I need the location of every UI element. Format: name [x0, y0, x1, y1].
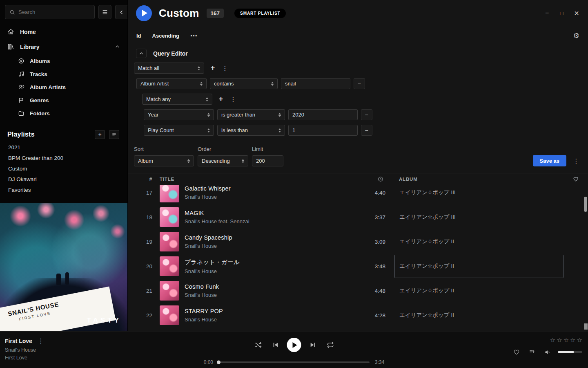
now-playing-artist[interactable]: Snail's House	[5, 347, 45, 353]
playlist-list: 2021BPM Greater than 200CustomDJ Okawari…	[0, 142, 127, 195]
settings-gear-icon[interactable]: ⚙	[573, 31, 579, 40]
rule-value-input[interactable]	[288, 109, 358, 120]
remove-rule-button[interactable]: −	[361, 109, 372, 120]
rule-value-input[interactable]	[281, 78, 350, 89]
more-options-button[interactable]: ⋯	[190, 31, 197, 40]
now-playing-album[interactable]: First Love	[5, 355, 45, 361]
chevron-up-icon[interactable]	[115, 44, 120, 49]
table-row[interactable]: 21Cosmo FunkSnail's House4:48エイリアン☆ポップ I…	[128, 278, 588, 303]
rule-group-options-button[interactable]: ⋮	[221, 65, 229, 72]
table-row[interactable]: 19Candy SpaceshipSnail's House3:09エイリアン☆…	[128, 229, 588, 254]
add-playlist-button[interactable]: +	[95, 130, 105, 139]
play-playlist-button[interactable]	[136, 5, 152, 21]
queue-button[interactable]	[527, 347, 537, 357]
add-group-rule-button[interactable]: +	[216, 94, 226, 105]
query-editor: Query Editor Match all + ⋮ Album Artistc…	[128, 49, 588, 166]
sidebar-item-albums[interactable]: Albums	[18, 54, 127, 67]
header-index[interactable]: #	[134, 177, 152, 182]
playlist-item-custom[interactable]: Custom	[0, 163, 127, 174]
rule-field-select[interactable]: Year	[144, 109, 214, 120]
menu-button[interactable]	[98, 5, 111, 19]
chevron-up-icon	[139, 51, 144, 56]
close-button[interactable]: ×	[574, 9, 579, 17]
track-album[interactable]: エイリアン☆ポップ II	[394, 304, 564, 327]
shuffle-button[interactable]	[253, 340, 263, 350]
previous-button[interactable]	[270, 340, 281, 350]
track-album[interactable]: エイリアン☆ポップ III	[394, 185, 564, 204]
horizontal-scrollbar-thumb[interactable]	[584, 323, 588, 330]
progress-bar[interactable]	[218, 361, 370, 363]
rule-field-select[interactable]: Album Artist	[136, 78, 207, 89]
progress-thumb[interactable]	[217, 361, 220, 364]
track-album[interactable]: エイリアン☆ポップ II	[394, 255, 564, 278]
group-options-button[interactable]: ⋮	[229, 96, 237, 103]
favorite-button[interactable]	[511, 347, 522, 357]
table-row[interactable]: 20プラネット・ガールSnail's House3:48エイリアン☆ポップ II	[128, 254, 588, 278]
search-box[interactable]	[5, 5, 95, 19]
remove-rule-button[interactable]: −	[361, 125, 372, 136]
now-playing-title[interactable]: First Love	[5, 338, 32, 344]
save-as-button[interactable]: Save as	[533, 155, 566, 166]
minimize-button[interactable]: −	[545, 10, 549, 16]
sidebar-item-folders[interactable]: Folders	[18, 107, 127, 120]
playlist-item-2021[interactable]: 2021	[0, 142, 127, 153]
header-album[interactable]: ALBUM	[394, 177, 564, 182]
playlist-list-options-button[interactable]	[109, 130, 119, 139]
header-title[interactable]: TITLE	[160, 177, 357, 182]
rule-operator-select[interactable]: is greater than	[217, 109, 285, 120]
sidebar-item-album-artists[interactable]: Album Artists	[18, 81, 127, 94]
sidebar-item-genres[interactable]: Genres	[18, 94, 127, 107]
playlist-item-dj-okawari[interactable]: DJ Okawari	[0, 174, 127, 184]
rule-operator-select[interactable]: contains	[210, 78, 278, 89]
sidebar-item-library[interactable]: Library	[0, 39, 127, 54]
rule-operator-select[interactable]: is less than	[217, 125, 285, 136]
match-type-select[interactable]: Match all	[134, 63, 204, 74]
sort-field-button[interactable]: Id	[136, 33, 141, 39]
sidebar-item-tracks[interactable]: Tracks	[18, 67, 127, 81]
rule-value-input[interactable]	[288, 125, 358, 136]
search-input[interactable]	[18, 9, 90, 15]
vertical-scrollbar-thumb[interactable]	[584, 197, 587, 212]
star-icon[interactable]: ☆	[557, 337, 562, 343]
table-row[interactable]: 22STARRY POPSnail's House4:28エイリアン☆ポップ I…	[128, 303, 588, 328]
limit-input[interactable]	[252, 155, 283, 166]
track-album[interactable]: エイリアン☆ポップ III	[394, 206, 564, 229]
sidebar-item-home[interactable]: Home	[0, 24, 127, 39]
star-icon[interactable]: ☆	[550, 337, 555, 343]
sort-direction-button[interactable]: Ascending	[152, 33, 179, 39]
rule-field-select[interactable]: Play Count	[144, 125, 214, 136]
star-icon[interactable]: ☆	[570, 337, 575, 343]
remove-rule-button[interactable]: −	[354, 78, 365, 89]
next-button[interactable]	[308, 340, 318, 350]
star-icon[interactable]: ☆	[564, 337, 569, 343]
track-album[interactable]: エイリアン☆ポップ II	[394, 230, 564, 254]
track-album[interactable]: エイリアン☆ポップ II	[394, 279, 564, 303]
group-match-type-select[interactable]: Match any	[142, 94, 212, 105]
maximize-button[interactable]: □	[560, 11, 563, 16]
play-button[interactable]	[287, 338, 301, 352]
app-window: Home Library AlbumsTracksAlbum ArtistsGe…	[0, 0, 588, 368]
volume-slider[interactable]	[558, 351, 582, 353]
order-select[interactable]: Descending	[198, 155, 248, 166]
mute-button[interactable]	[542, 347, 553, 357]
table-row[interactable]: 17Galactic WhisperSnail's House4:40エイリアン…	[128, 185, 588, 205]
star-icon[interactable]: ☆	[577, 337, 582, 343]
table-row[interactable]: 18MAGIKSnail's House feat. Sennzai3:37エイ…	[128, 205, 588, 229]
add-rule-button[interactable]: +	[207, 63, 218, 74]
track-count-badge: 167	[207, 9, 224, 18]
sidebar-item-label: Library	[20, 44, 39, 50]
group-match-row: Match any + ⋮	[142, 94, 588, 105]
sort-select[interactable]: Album	[134, 155, 194, 166]
now-playing-artwork[interactable]: SNAIL'S HOUSE FIRST LOVE TASTY	[0, 203, 128, 331]
back-button[interactable]	[115, 5, 128, 19]
elapsed-time: 0:00	[200, 359, 213, 365]
track-title: Cosmo Funk	[185, 283, 357, 290]
playlist-item-bpm-greater-than-200[interactable]: BPM Greater than 200	[0, 153, 127, 163]
playlist-item-favorites[interactable]: Favorites	[0, 184, 127, 195]
collapse-query-editor-button[interactable]	[136, 49, 147, 58]
save-options-button[interactable]: ⋮	[572, 157, 580, 165]
track-options-button[interactable]: ⋮	[37, 337, 45, 345]
duration-column-header[interactable]	[357, 176, 385, 182]
favorite-column-header[interactable]	[564, 176, 588, 182]
repeat-button[interactable]	[325, 340, 336, 350]
